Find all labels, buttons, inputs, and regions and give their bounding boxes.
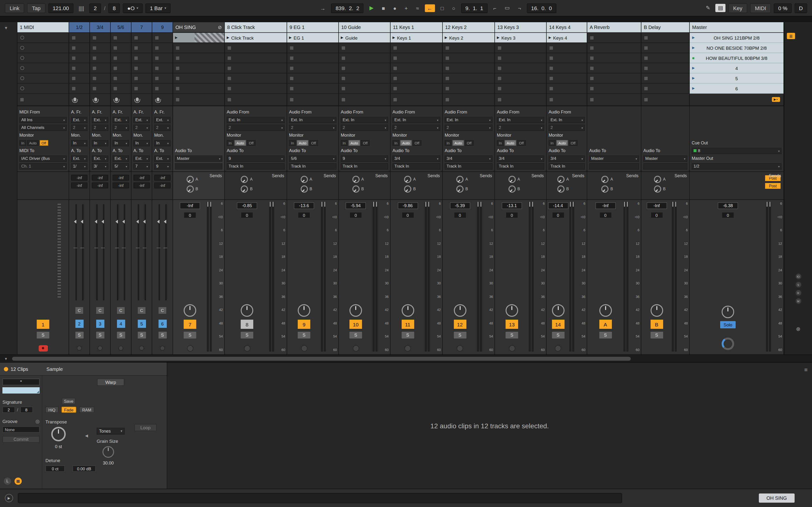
- empty-clip-slot[interactable]: [152, 73, 172, 83]
- empty-clip-slot[interactable]: [287, 73, 338, 83]
- stop-clip-slot[interactable]: [173, 94, 224, 106]
- clip-slot-playing[interactable]: ▶Keys 1: [391, 33, 442, 43]
- arm-button[interactable]: [98, 346, 102, 350]
- solo-button[interactable]: S: [96, 332, 104, 338]
- time-sig-numerator-field[interactable]: 2: [89, 3, 101, 13]
- track-activator-button[interactable]: 3: [96, 320, 104, 328]
- close-icon[interactable]: ⊗: [796, 326, 800, 332]
- solo-button[interactable]: S: [650, 332, 663, 338]
- monitor-off-button[interactable]: Off: [309, 140, 318, 146]
- midi-to-channel-chooser[interactable]: Ch. 1▾: [19, 163, 67, 169]
- pan-knob[interactable]: [401, 304, 414, 317]
- stop-clip-slot[interactable]: [547, 94, 587, 106]
- track-activator-button[interactable]: 2: [75, 320, 83, 328]
- stop-clip-slot[interactable]: [587, 94, 641, 106]
- send-b-knob[interactable]: [654, 185, 661, 193]
- follow-toggle-icon[interactable]: L: [4, 477, 11, 485]
- input-channel-chooser[interactable]: 2▾: [227, 124, 285, 131]
- track-title[interactable]: 3/4: [90, 22, 110, 33]
- empty-clip-slot[interactable]: [495, 43, 546, 53]
- pan-knob[interactable]: [184, 304, 196, 317]
- send-a-slider[interactable]: [117, 204, 118, 300]
- empty-clip-slot[interactable]: [90, 33, 110, 43]
- stop-clip-slot[interactable]: [152, 94, 172, 106]
- pan-knob[interactable]: [599, 304, 612, 317]
- track-in-chooser[interactable]: Track In: [393, 163, 440, 169]
- ram-button[interactable]: RAM: [79, 406, 94, 413]
- record-button[interactable]: ●: [391, 4, 399, 12]
- track-in-chooser[interactable]: Track In: [497, 163, 544, 169]
- punch-in-button[interactable]: ⌐: [491, 4, 499, 12]
- solo-button[interactable]: S: [37, 332, 49, 338]
- send-a-slider[interactable]: [158, 204, 160, 300]
- track-title[interactable]: 11 Keys 1: [391, 22, 442, 33]
- monitor-in-button[interactable]: In: [549, 140, 556, 146]
- empty-clip-slot[interactable]: [495, 73, 546, 83]
- empty-clip-slot[interactable]: [287, 53, 338, 63]
- audio-to-chooser[interactable]: Master▾: [589, 155, 639, 162]
- track-title[interactable]: Master: [690, 22, 783, 33]
- midi-channel-chooser[interactable]: All Channels▾: [19, 124, 67, 131]
- track-title[interactable]: 13 Keys 3: [495, 22, 546, 33]
- empty-clip-slot[interactable]: [225, 43, 287, 53]
- audio-to-chooser[interactable]: 3/4▾: [445, 155, 493, 162]
- audio-to-chooser[interactable]: 3/4▾: [497, 155, 544, 162]
- send-a-knob[interactable]: [601, 176, 609, 183]
- clip-slot-playing[interactable]: ▶Keys 4: [547, 33, 587, 43]
- audio-from-chooser[interactable]: Ext. In▾: [497, 117, 544, 123]
- solo-button[interactable]: S: [454, 332, 466, 338]
- input-channel-chooser[interactable]: 2▾: [92, 124, 108, 131]
- master-out-chooser[interactable]: 1/2▾: [692, 163, 781, 169]
- empty-clip-slot[interactable]: [391, 53, 442, 63]
- monitor-chooser[interactable]: In▾: [113, 140, 129, 146]
- peak-level-field[interactable]: 0: [349, 212, 362, 218]
- signature-numerator-field[interactable]: 2: [2, 406, 15, 413]
- empty-clip-slot[interactable]: [132, 73, 152, 83]
- empty-clip-slot[interactable]: [391, 43, 442, 53]
- empty-clip-slot[interactable]: [547, 43, 587, 53]
- empty-clip-slot[interactable]: [152, 53, 172, 63]
- empty-clip-slot[interactable]: [339, 43, 390, 53]
- monitor-auto-button[interactable]: Auto: [505, 140, 516, 146]
- status-play-icon[interactable]: ▶: [5, 494, 13, 502]
- quantization-menu[interactable]: 1 Bar ▾: [146, 3, 170, 13]
- empty-clip-slot[interactable]: [287, 63, 338, 73]
- tap-tempo-button[interactable]: Tap: [27, 3, 45, 13]
- midi-map-button[interactable]: MIDI: [750, 3, 771, 13]
- track-activator-button[interactable]: 9: [298, 320, 310, 329]
- track-title[interactable]: A Reverb: [587, 22, 641, 33]
- clip-gain-field[interactable]: 0.00 dB: [72, 465, 96, 472]
- empty-clip-slot[interactable]: [225, 53, 287, 63]
- empty-clip-slot[interactable]: [152, 63, 172, 73]
- empty-clip-slot[interactable]: [69, 83, 89, 94]
- empty-clip-slot[interactable]: [132, 33, 152, 43]
- send-b-slider[interactable]: [165, 204, 166, 300]
- arm-button[interactable]: [118, 346, 123, 350]
- scene-slot[interactable]: ▶OH SING 121BPM 2/8: [690, 33, 783, 43]
- overview-menu-icon[interactable]: ≣: [787, 33, 795, 39]
- output-channel-chooser[interactable]: 7▾: [134, 163, 150, 169]
- monitor-off-button[interactable]: Off: [569, 140, 577, 146]
- empty-clip-slot[interactable]: [152, 83, 172, 94]
- monitor-chooser[interactable]: In▾: [71, 140, 88, 146]
- arm-button[interactable]: [139, 346, 144, 350]
- empty-clip-slot[interactable]: [90, 53, 110, 63]
- arm-button[interactable]: [187, 345, 193, 351]
- input-channel-chooser[interactable]: 2▾: [549, 124, 585, 131]
- send-b-knob[interactable]: [404, 185, 411, 193]
- scene-slot[interactable]: ■HOW BEAUTIFUL 80BPM 3/8: [690, 53, 783, 63]
- empty-clip-slot[interactable]: [132, 43, 152, 53]
- empty-clip-slot[interactable]: [152, 33, 172, 43]
- track-in-chooser[interactable]: Track In: [549, 163, 585, 169]
- stop-clip-slot[interactable]: [642, 94, 689, 106]
- stop-clip-slot[interactable]: [225, 94, 287, 106]
- send-b-knob[interactable]: [186, 185, 194, 193]
- empty-clip-slot[interactable]: [642, 43, 689, 53]
- audio-from-chooser[interactable]: Ext. In▾: [227, 117, 285, 123]
- monitor-off-button[interactable]: Off: [517, 140, 526, 146]
- cue-out-chooser[interactable]: 8▾: [692, 148, 781, 154]
- empty-clip-slot[interactable]: [173, 53, 224, 63]
- capture-midi-button[interactable]: □: [438, 4, 446, 12]
- arm-button[interactable]: [509, 345, 515, 351]
- monitor-in-button[interactable]: In: [341, 140, 348, 146]
